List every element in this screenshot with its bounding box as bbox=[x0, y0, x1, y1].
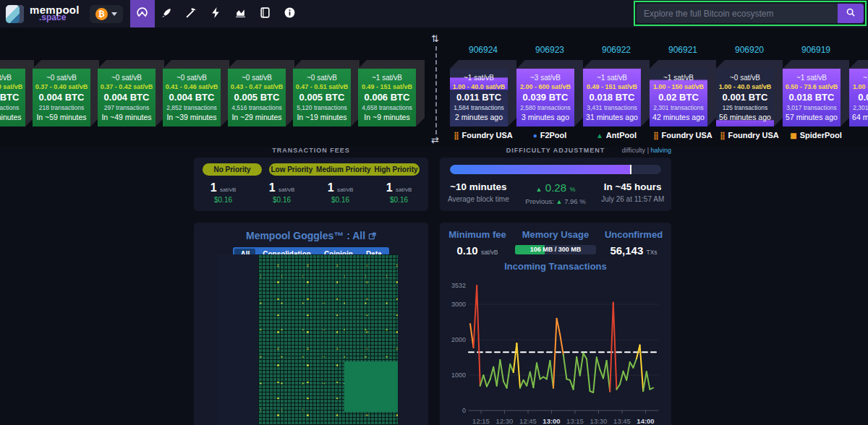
retarget-eta-value: In ~45 hours bbox=[594, 181, 671, 192]
difficulty-link[interactable]: difficulty bbox=[622, 147, 645, 154]
block-height-link[interactable]: 906921 bbox=[650, 45, 716, 60]
tx-rate-series bbox=[583, 353, 587, 359]
block-median-fee: ~1 sat/vB bbox=[650, 74, 707, 82]
sort-arrows-icon[interactable]: ⇅ bbox=[431, 33, 439, 44]
previous-caption: Previous: bbox=[525, 197, 554, 205]
mempool-block-cube[interactable]: ~1 sat/vB0.49 - 151 sat/vB0.006 BTC4,658… bbox=[358, 60, 425, 126]
currency-dropdown[interactable]: ₿ bbox=[90, 5, 123, 23]
block-tx-count: 4,658 transactions bbox=[359, 104, 415, 111]
nav-mining[interactable] bbox=[179, 0, 204, 27]
height-spacer bbox=[163, 45, 229, 60]
mempool-block[interactable]: ~0 sat/vB0.43 - 0.47 sat/vB0.005 BTC4,51… bbox=[228, 45, 294, 126]
mined-block[interactable]: 906919~1 sat/vB0.50 - 73.6 sat/vB0.018 B… bbox=[783, 45, 849, 139]
nav-docs[interactable] bbox=[253, 0, 278, 27]
tx-rate-series bbox=[520, 380, 524, 388]
mempool-block-face: ~1 sat/vB0.49 - 151 sat/vB0.006 BTC4,658… bbox=[358, 69, 416, 126]
goggles-transaction-grid[interactable] bbox=[258, 254, 398, 425]
mined-block[interactable]: 906921~1 sat/vB1.00 - 150 sat/vB0.02 BTC… bbox=[650, 45, 716, 139]
mining-pool-link[interactable]: ▦SpiderPool bbox=[783, 131, 849, 139]
mined-block-cube[interactable]: ~0 sat/vB1.00 - 40.0 sat/vB0.001 BTC125 … bbox=[716, 60, 783, 126]
block-height-link[interactable]: 906924 bbox=[450, 45, 516, 60]
mempool-block[interactable]: ~0 sat/vB0.37 - 0.40 sat/vB0.004 BTC218 … bbox=[0, 45, 34, 126]
block-tx-count: 218 transactions bbox=[33, 104, 90, 111]
mempool-block-cube[interactable]: ~0 sat/vB0.37 - 0.40 sat/vB0.004 BTC218 … bbox=[0, 60, 34, 126]
block-height-link[interactable]: 906919 bbox=[783, 45, 849, 60]
mined-block[interactable]: 906920~0 sat/vB1.00 - 40.0 sat/vB0.001 B… bbox=[716, 45, 783, 139]
mined-block-cube[interactable]: ~3 sat/vB2.00 - 600 sat/vB0.039 BTC2,580… bbox=[516, 60, 583, 126]
block-height-link[interactable]: 906922 bbox=[583, 45, 650, 60]
high-priority-pill[interactable]: High Priority bbox=[375, 163, 418, 176]
mined-block[interactable]: 906924~1 sat/vB1.00 - 40.0 sat/vB0.011 B… bbox=[450, 45, 516, 139]
nav-about[interactable] bbox=[278, 0, 302, 27]
mempool-logo-icon bbox=[6, 5, 24, 23]
minimum-fee-stat: Minimum fee 0.10 sat/vB bbox=[440, 229, 515, 257]
mempool-block[interactable]: ~1 sat/vB0.49 - 151 sat/vB0.006 BTC4,658… bbox=[358, 45, 425, 126]
lightning-icon bbox=[210, 7, 222, 22]
mining-pool-link[interactable]: ●F2Pool bbox=[516, 131, 583, 139]
y-axis-tick-label: 2000 bbox=[451, 336, 466, 343]
tx-rate-series bbox=[537, 363, 540, 379]
block-fee-range: 1.00 - 150 sat/vB bbox=[650, 83, 707, 90]
block-height-link[interactable]: 906923 bbox=[516, 45, 583, 60]
goggles-title-link[interactable]: Mempool Goggles™ : All bbox=[194, 230, 428, 241]
large-transaction-square[interactable] bbox=[344, 361, 398, 412]
low-priority-pill[interactable]: Low Priority bbox=[271, 163, 312, 176]
mempool-block-cube[interactable]: ~0 sat/vB0.41 - 0.46 sat/vB0.004 BTC2,85… bbox=[163, 60, 229, 126]
mempool-block[interactable]: ~0 sat/vB0.37 - 0.40 sat/vB0.004 BTC218 … bbox=[33, 45, 99, 126]
incoming-transactions-chart[interactable]: 0100020003000353212:1512:3012:4513:0013:… bbox=[440, 270, 671, 425]
mempool-logo[interactable]: mempool .space bbox=[6, 5, 80, 23]
mempool-block[interactable]: ~0 sat/vB0.41 - 0.46 sat/vB0.004 BTC2,85… bbox=[163, 45, 229, 126]
medium-priority-pill[interactable]: Medium Priority bbox=[316, 163, 371, 176]
mined-block[interactable]: 906918~1 sat/vB1.00 - 150 sat/vB0.02 BTC… bbox=[849, 45, 868, 126]
tx-rate-series bbox=[530, 372, 534, 388]
swap-arrows-icon[interactable]: ⇄ bbox=[431, 134, 439, 145]
mempool-block[interactable]: ~0 sat/vB0.37 - 0.42 sat/vB0.004 BTC297 … bbox=[98, 45, 164, 126]
avg-block-time-caption: Average block time bbox=[440, 195, 517, 203]
mined-block-cube[interactable]: ~1 sat/vB1.00 - 150 sat/vB0.02 BTC2,301 … bbox=[650, 60, 716, 126]
mempool-block-cube[interactable]: ~0 sat/vB0.47 - 0.51 sat/vB0.005 BTC5,12… bbox=[293, 60, 359, 126]
nav-dashboard[interactable] bbox=[130, 0, 155, 27]
unconfirmed-value: 56,143 bbox=[610, 244, 643, 257]
block-height-link[interactable]: 906918 bbox=[849, 45, 868, 60]
search-input[interactable] bbox=[637, 4, 838, 23]
nav-lightning[interactable] bbox=[204, 0, 229, 27]
block-age: 64 minutes ago bbox=[850, 113, 868, 121]
block-total-fees: 0.004 BTC bbox=[163, 92, 220, 103]
difficulty-change-unit: % bbox=[570, 186, 576, 193]
tx-rate-series bbox=[633, 359, 637, 368]
block-height-link[interactable]: 906920 bbox=[716, 45, 783, 60]
nav-menu bbox=[130, 0, 302, 27]
tx-rate-series bbox=[557, 319, 561, 335]
mempool-block-cube[interactable]: ~0 sat/vB0.43 - 0.47 sat/vB0.005 BTC4,51… bbox=[228, 60, 294, 126]
block-total-fees: 0.005 BTC bbox=[229, 92, 285, 103]
mining-pool-name: Foundry USA bbox=[462, 131, 513, 139]
block-total-fees: 0.004 BTC bbox=[98, 92, 155, 103]
medium-priority-fee: 1 sat/vB $0.16 bbox=[311, 181, 370, 204]
x-axis-tick-label: 13:00 bbox=[542, 417, 560, 425]
search-button[interactable] bbox=[838, 4, 864, 23]
mempool-block-cube[interactable]: ~0 sat/vB0.37 - 0.42 sat/vB0.004 BTC297 … bbox=[98, 60, 164, 126]
mempool-block-face: ~0 sat/vB0.37 - 0.40 sat/vB0.004 BTC218 … bbox=[0, 69, 25, 126]
block-tx-count: 297 transactions bbox=[98, 104, 155, 111]
mined-block[interactable]: 906922~1 sat/vB0.49 - 151 sat/vB0.018 BT… bbox=[583, 45, 650, 139]
retarget-date: July 26 at 11:57 AM bbox=[594, 195, 671, 203]
nav-graphs[interactable] bbox=[229, 0, 253, 27]
mining-pool-link[interactable]: ▲AntPool bbox=[583, 131, 650, 139]
nav-acceleration[interactable] bbox=[155, 0, 179, 27]
mined-block-cube[interactable]: ~1 sat/vB0.50 - 73.6 sat/vB0.018 BTC3,01… bbox=[783, 60, 849, 126]
tx-rate-series bbox=[507, 364, 511, 388]
mining-pool-link[interactable]: ⣿Foundry USA bbox=[650, 131, 716, 139]
mining-pool-link[interactable]: ⣿Foundry USA bbox=[716, 131, 783, 139]
mined-block[interactable]: 906923~3 sat/vB2.00 - 600 sat/vB0.039 BT… bbox=[516, 45, 583, 139]
mined-block-cube[interactable]: ~1 sat/vB0.49 - 151 sat/vB0.018 BTC3,431… bbox=[583, 60, 650, 126]
height-spacer bbox=[358, 45, 425, 60]
mining-pool-link[interactable]: ⣿Foundry USA bbox=[450, 131, 516, 139]
halving-link[interactable]: halving bbox=[650, 147, 671, 154]
no-priority-pill[interactable]: No Priority bbox=[203, 163, 262, 176]
mempool-block[interactable]: ~0 sat/vB0.47 - 0.51 sat/vB0.005 BTC5,12… bbox=[293, 45, 359, 126]
mined-block-cube[interactable]: ~1 sat/vB1.00 - 150 sat/vB0.02 BTC2,301 … bbox=[849, 60, 868, 126]
block-tx-count: 2,852 transactions bbox=[163, 104, 220, 111]
x-axis-tick-label: 13:45 bbox=[613, 417, 631, 425]
mined-block-cube[interactable]: ~1 sat/vB1.00 - 40.0 sat/vB0.011 BTC1,58… bbox=[450, 60, 516, 126]
mempool-block-cube[interactable]: ~0 sat/vB0.37 - 0.40 sat/vB0.004 BTC218 … bbox=[33, 60, 99, 126]
